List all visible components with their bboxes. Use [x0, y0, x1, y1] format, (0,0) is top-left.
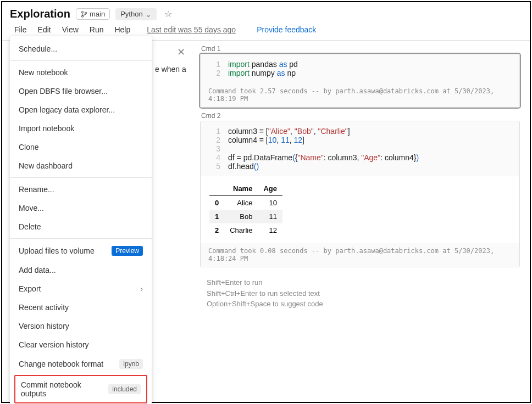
menu-run[interactable]: Run	[85, 24, 108, 36]
col-age: Age	[258, 182, 282, 196]
label: Upload files to volume	[19, 246, 95, 255]
menu-item-add-data[interactable]: Add data...	[10, 261, 152, 279]
chevron-down-icon: ⌄	[145, 10, 152, 19]
label: Recent activity	[19, 303, 69, 312]
separator	[10, 177, 152, 178]
language-label: Python	[120, 10, 142, 18]
label: Rename...	[19, 185, 54, 194]
menu-item-clear-version[interactable]: Clear version history	[10, 335, 152, 354]
menu-item-new-notebook[interactable]: New notebook	[10, 63, 152, 82]
svg-point-1	[82, 15, 84, 17]
cmd-label-1: Cmd 1	[201, 45, 524, 53]
menu-item-commit-outputs[interactable]: Commit notebook outputsincluded	[14, 375, 147, 403]
cmd-footer-1: Command took 2.57 seconds -- by parth.as…	[201, 83, 519, 107]
label: Import notebook	[19, 124, 74, 133]
menu-help[interactable]: Help	[110, 24, 135, 36]
last-edit-link[interactable]: Last edit was 55 days ago	[142, 24, 240, 36]
feedback-link[interactable]: Provide feedback	[252, 24, 320, 36]
menu-edit[interactable]: Edit	[34, 24, 56, 36]
menu-item-open-legacy[interactable]: Open legacy data explorer...	[10, 100, 152, 119]
label: Add data...	[19, 266, 56, 274]
code-cell-1[interactable]: 1import pandas as pd 2import numpy as np…	[200, 54, 520, 108]
label: Schedule...	[19, 44, 57, 53]
label: New notebook	[19, 68, 68, 77]
table-row: 2Charlie12	[209, 223, 282, 237]
menu-item-schedule[interactable]: Schedule...	[10, 40, 152, 58]
label: New dashboard	[19, 161, 73, 170]
separator	[10, 60, 152, 61]
label: Move...	[19, 204, 44, 212]
hint-line: Shift+Enter to run	[207, 277, 513, 288]
code-cell-2[interactable]: 1column3 = ["Alice", "Bob", "Charlie"] 2…	[200, 121, 520, 267]
keyboard-hints: Shift+Enter to run Shift+Ctrl+Enter to r…	[196, 272, 524, 315]
menu-item-new-dashboard[interactable]: New dashboard	[10, 156, 152, 175]
label: Version history	[19, 322, 69, 330]
menu-item-export[interactable]: Export›	[10, 279, 152, 298]
hint-line: Option+Shift+Space to suggest code	[207, 299, 513, 310]
menu-item-delete[interactable]: Delete	[10, 217, 152, 236]
label: Clear version history	[19, 340, 89, 349]
format-badge: ipynb	[119, 359, 143, 369]
label: Commit notebook outputs	[21, 380, 108, 398]
label: Open DBFS file browser...	[19, 87, 108, 96]
chevron-right-icon: ›	[140, 284, 143, 293]
branch-icon	[81, 11, 87, 18]
separator	[10, 238, 152, 239]
branch-chip[interactable]: main	[76, 8, 110, 20]
menu-view[interactable]: View	[58, 24, 83, 36]
cmd-label-2: Cmd 2	[201, 112, 524, 120]
preview-badge: Preview	[112, 246, 143, 256]
language-chip[interactable]: Python ⌄	[115, 8, 156, 20]
cell-output: NameAge 0Alice10 1Bob11 2Charlie12	[201, 176, 519, 243]
code-editor[interactable]: 1column3 = ["Alice", "Bob", "Charlie"] 2…	[201, 121, 519, 176]
menu-item-rename[interactable]: Rename...	[10, 180, 152, 199]
menu-item-change-format[interactable]: Change notebook formatipynb	[10, 354, 152, 374]
app-window: Exploration main Python ⌄ ☆ File Edit Vi…	[1, 1, 531, 403]
menu-item-open-dbfs[interactable]: Open DBFS file browser...	[10, 82, 152, 100]
table-row: 0Alice10	[209, 196, 282, 210]
dataframe-table: NameAge 0Alice10 1Bob11 2Charlie12	[209, 182, 282, 237]
menu-item-clone[interactable]: Clone	[10, 138, 152, 156]
menu-item-upload[interactable]: Upload files to volumePreview	[10, 241, 152, 261]
main: Cmd 1 1import pandas as pd 2import numpy…	[196, 41, 530, 395]
header: Exploration main Python ⌄ ☆	[2, 2, 530, 23]
label: Change notebook format	[19, 360, 103, 368]
file-dropdown: Schedule... New notebook Open DBFS file …	[10, 36, 152, 404]
label: Delete	[19, 222, 41, 231]
menu-item-recent-activity[interactable]: Recent activity	[10, 298, 152, 317]
notebook-title[interactable]: Exploration	[10, 8, 70, 20]
label: Clone	[19, 143, 39, 152]
col-name: Name	[224, 182, 258, 196]
hint-line: Shift+Ctrl+Enter to run selected text	[207, 288, 513, 299]
cmd-footer-2: Command took 0.08 seconds -- by parth.as…	[201, 243, 519, 267]
star-icon[interactable]: ☆	[164, 9, 172, 19]
menu-item-version-history[interactable]: Version history	[10, 317, 152, 335]
code-editor[interactable]: 1import pandas as pd 2import numpy as np	[201, 54, 519, 83]
included-badge: included	[108, 384, 141, 394]
menu-item-move[interactable]: Move...	[10, 199, 152, 217]
label: Export	[19, 284, 41, 293]
menu-file[interactable]: File	[10, 24, 31, 36]
svg-point-2	[85, 12, 87, 14]
svg-point-0	[82, 11, 84, 13]
branch-name: main	[90, 10, 105, 18]
menu-item-import-notebook[interactable]: Import notebook	[10, 119, 152, 138]
label: Open legacy data explorer...	[19, 105, 115, 114]
table-row: 1Bob11	[209, 210, 282, 223]
